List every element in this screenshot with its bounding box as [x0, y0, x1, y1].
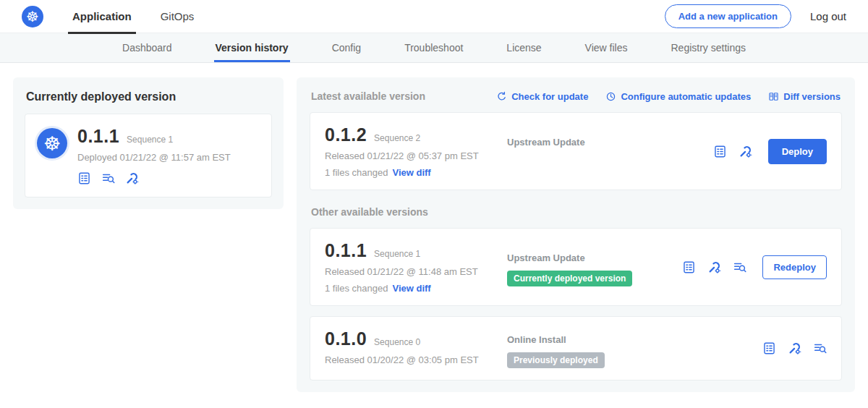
version-source-label: Upstream Update [507, 252, 681, 263]
deployed-panel-title: Currently deployed version [26, 90, 271, 103]
kubernetes-logo-icon: ☸ [22, 6, 43, 27]
redeploy-button[interactable]: Redeploy [762, 255, 827, 279]
tab-gitops[interactable]: GitOps [156, 0, 199, 33]
version-number: 0.1.0 [325, 328, 367, 349]
deployed-version-number: 0.1.1 [77, 126, 119, 147]
config-icon[interactable] [739, 145, 752, 158]
logs-icon[interactable] [101, 171, 115, 185]
clock-icon [605, 91, 616, 102]
configure-automatic-updates-label: Configure automatic updates [621, 91, 751, 102]
view-diff-link[interactable]: View diff [392, 167, 430, 178]
version-source-label: Upstream Update [507, 137, 681, 148]
release-notes-icon[interactable] [713, 145, 727, 158]
configure-automatic-updates-link[interactable]: Configure automatic updates [605, 91, 751, 102]
released-date: Released 01/21/22 @ 05:37 pm EST [325, 150, 507, 161]
release-notes-icon[interactable] [682, 260, 696, 274]
released-date: Released 01/21/22 @ 11:48 am EST [325, 266, 507, 277]
subnav-item-dashboard[interactable]: Dashboard [121, 33, 174, 62]
deployed-sequence-label: Sequence 1 [127, 135, 173, 145]
previously-deployed-badge: Previously deployed [507, 352, 605, 368]
currently-deployed-panel: Currently deployed version ☸ 0.1.1 Seque… [13, 77, 284, 209]
logs-icon[interactable] [813, 341, 827, 355]
config-icon[interactable] [788, 341, 801, 355]
diff-versions-link[interactable]: Diff versions [768, 91, 841, 102]
subnav: Dashboard Version history Config Trouble… [0, 33, 868, 63]
diff-icon [768, 91, 779, 102]
subnav-item-license[interactable]: License [505, 33, 542, 62]
other-versions-title: Other available versions [311, 206, 841, 218]
refresh-icon [496, 91, 507, 102]
deployed-date: Deployed 01/21/22 @ 11:57 am EST [77, 152, 231, 163]
currently-deployed-badge: Currently deployed version [507, 271, 632, 286]
config-icon[interactable] [707, 260, 721, 274]
logout-link[interactable]: Log out [810, 10, 846, 22]
subnav-item-version-history[interactable]: Version history [214, 33, 290, 62]
subnav-item-config[interactable]: Config [331, 33, 362, 62]
topbar: ☸ Application GitOps Add a new applicati… [0, 0, 868, 33]
latest-version-title: Latest available version [311, 90, 425, 102]
sequence-label: Sequence 0 [374, 337, 420, 347]
files-changed-label: 1 files changed [325, 283, 388, 294]
version-history-panel: Latest available version Check for updat… [297, 77, 855, 392]
check-for-update-label: Check for update [511, 91, 588, 102]
release-notes-icon[interactable] [77, 171, 91, 185]
app-tabs: Application GitOps [68, 0, 218, 33]
version-number: 0.1.1 [325, 240, 367, 261]
version-source-label: Online Install [507, 334, 681, 345]
sequence-label: Sequence 2 [374, 133, 420, 143]
files-changed-label: 1 files changed [325, 167, 388, 178]
sequence-label: Sequence 1 [374, 249, 420, 259]
config-icon[interactable] [125, 171, 139, 185]
logs-icon[interactable] [733, 260, 746, 274]
check-for-update-link[interactable]: Check for update [496, 91, 588, 102]
subnav-item-troubleshoot[interactable]: Troubleshoot [403, 33, 464, 62]
version-number: 0.1.2 [325, 124, 367, 145]
version-row-0.1.1: 0.1.1 Sequence 1 Released 01/21/22 @ 11:… [310, 228, 842, 306]
release-notes-icon[interactable] [762, 341, 776, 355]
deploy-button[interactable]: Deploy [768, 139, 827, 164]
deployed-version-card: ☸ 0.1.1 Sequence 1 Deployed 01/21/22 @ 1… [25, 114, 272, 197]
app-logo-icon: ☸ [37, 128, 67, 158]
subnav-item-registry-settings[interactable]: Registry settings [670, 33, 747, 62]
view-diff-link[interactable]: View diff [392, 283, 430, 294]
main-content: Currently deployed version ☸ 0.1.1 Seque… [0, 63, 868, 407]
version-row-0.1.0: 0.1.0 Sequence 0 Released 01/20/22 @ 03:… [310, 316, 842, 381]
diff-versions-label: Diff versions [783, 91, 841, 102]
tab-application[interactable]: Application [68, 0, 136, 33]
topbar-right: Add a new application Log out [665, 4, 846, 28]
subnav-item-view-files[interactable]: View files [584, 33, 629, 62]
version-row-0.1.2: 0.1.2 Sequence 2 Released 01/21/22 @ 05:… [310, 112, 842, 190]
add-application-button[interactable]: Add a new application [665, 4, 791, 28]
released-date: Released 01/20/22 @ 03:05 pm EST [325, 354, 507, 365]
